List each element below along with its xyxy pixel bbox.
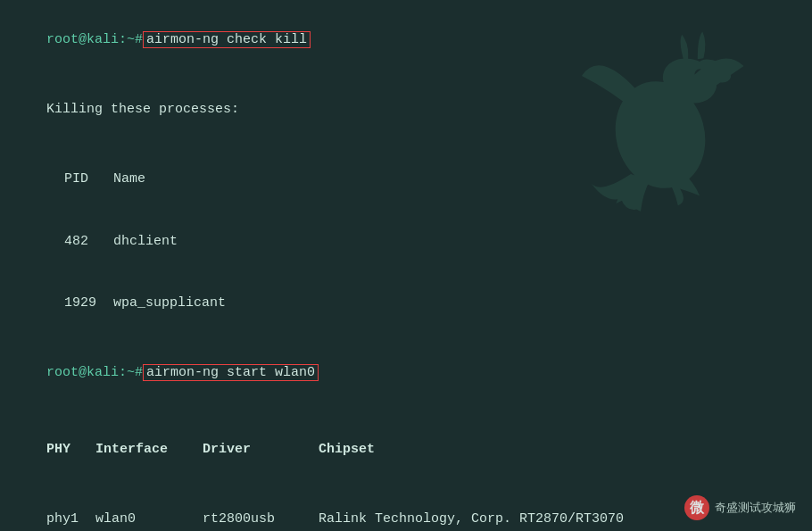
watermark-icon: 微 [684, 495, 709, 520]
line-proc2: 1929wpa_supplicant [14, 272, 798, 335]
phy1-val: phy1 [46, 509, 95, 529]
prompt-user: root@kali:~# [46, 32, 143, 47]
driver-col-header: Driver [203, 439, 319, 460]
chipset-col-header: Chipset [319, 439, 375, 460]
watermark-logo: 微 奇盛测试攻城狮 [684, 495, 796, 520]
chipset-val: Ralink Technology, Corp. RT2870/RT3070 [319, 509, 624, 529]
proc1-pid: 482 [64, 231, 113, 252]
line-cmd1: root@kali:~#airmon-ng check kill [14, 9, 798, 71]
proc2-pid: 1929 [64, 293, 113, 313]
line-pid-header: PIDName [14, 148, 798, 211]
line-phy1-row: phy1wlan0rt2800usbRalink Technology, Cor… [14, 487, 798, 531]
line-proc1: 482dhclient [14, 210, 798, 272]
line-killing: Killing these processes: [14, 79, 798, 141]
proc2-name: wpa_supplicant [113, 293, 226, 313]
wlan0-val: wlan0 [95, 509, 203, 529]
driver-val: rt2800usb [203, 509, 319, 529]
name-col-header: Name [113, 169, 145, 189]
watermark-text: 奇盛测试攻城狮 [715, 500, 796, 516]
terminal-window: root@kali:~#airmon-ng check kill Killing… [0, 0, 812, 531]
cmd2-text: airmon-ng start wlan0 [146, 365, 315, 380]
line-phy-header: PHYInterfaceDriverChipset [14, 419, 798, 481]
cmd1-text: airmon-ng check kill [146, 32, 307, 47]
pid-col-header: PID [64, 169, 113, 189]
prompt-user-2: root@kali:~# [46, 365, 143, 380]
line-cmd2: root@kali:~#airmon-ng start wlan0 [14, 342, 798, 404]
iface-col-header: Interface [95, 439, 203, 460]
killing-header: Killing these processes: [46, 102, 239, 117]
proc1-name: dhclient [113, 231, 178, 252]
cmd1-box: airmon-ng check kill [143, 31, 311, 48]
cmd2-box: airmon-ng start wlan0 [143, 364, 319, 381]
phy-col-header: PHY [46, 439, 95, 460]
